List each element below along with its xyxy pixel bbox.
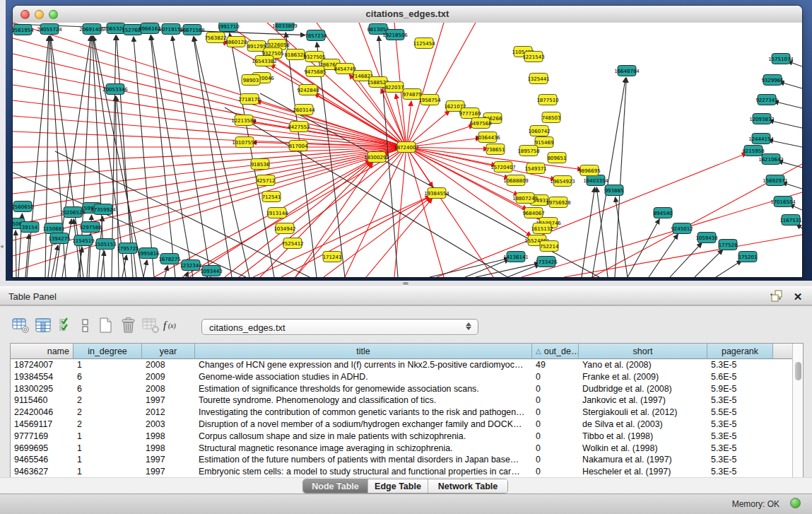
graph-node-teal[interactable]: 12444154 bbox=[748, 134, 774, 144]
scrollbar-thumb[interactable] bbox=[795, 362, 801, 380]
table-row[interactable]: 2242004622012Investigating the contribut… bbox=[11, 407, 792, 419]
table-settings-icon[interactable] bbox=[10, 315, 31, 335]
citation-edge-red[interactable] bbox=[406, 147, 444, 277]
collapse-arrow-icon[interactable]: ◂ bbox=[0, 243, 4, 250]
graph-node-teal[interactable]: 1093443 bbox=[200, 266, 222, 276]
citation-edge-black[interactable] bbox=[596, 187, 608, 277]
citation-edge-black[interactable] bbox=[151, 35, 193, 277]
graph-node-teal[interactable]: 1733426 bbox=[535, 257, 558, 267]
close-panel-icon[interactable]: ✕ bbox=[791, 289, 805, 303]
graph-node-yellow[interactable]: 18300295 bbox=[364, 152, 389, 163]
citation-edge-red[interactable] bbox=[564, 235, 802, 277]
graph-node-yellow[interactable]: 9777169 bbox=[459, 108, 481, 119]
graph-node-teal[interactable]: 993885 bbox=[605, 185, 624, 196]
graph-node-yellow[interactable]: 918536 bbox=[251, 159, 270, 170]
graph-node-yellow[interactable]: 748503 bbox=[542, 112, 561, 123]
graph-node-yellow[interactable]: 1325441 bbox=[527, 74, 549, 84]
graph-node-yellow[interactable]: 1615132 bbox=[531, 223, 553, 234]
graph-node-teal[interactable]: 17016504 bbox=[770, 197, 796, 207]
graph-node-yellow[interactable]: 752214 bbox=[540, 241, 559, 252]
graph-node-teal[interactable]: 175201 bbox=[739, 252, 758, 262]
graph-node-teal[interactable]: 16671588 bbox=[180, 25, 205, 35]
tab-node-table[interactable]: Node Table bbox=[303, 479, 368, 493]
graph-node-teal[interactable]: 39154 bbox=[20, 222, 39, 233]
graph-node-yellow[interactable]: 2603144 bbox=[293, 105, 315, 115]
graph-node-yellow[interactable]: 16543382 bbox=[252, 56, 277, 66]
citation-edge-red[interactable] bbox=[13, 69, 406, 147]
graph-node-teal[interactable]: 894540 bbox=[654, 208, 673, 218]
column-header-short[interactable]: short bbox=[579, 344, 707, 359]
graph-node-teal[interactable]: 14136141 bbox=[503, 252, 529, 262]
table-row[interactable]: 1830029562008Estimation of significance … bbox=[11, 383, 792, 395]
splitter-grip-icon[interactable] bbox=[403, 282, 408, 285]
graph-node-teal[interactable]: 16210643 bbox=[758, 154, 784, 165]
graph-node-yellow[interactable]: 171241 bbox=[323, 252, 342, 262]
graph-node-yellow[interactable]: 6497568 bbox=[469, 118, 491, 129]
graph-node-yellow[interactable]: 712541 bbox=[262, 192, 281, 202]
citation-edge-black[interactable] bbox=[774, 101, 802, 108]
table-row[interactable]: 1872400712008Changes of HCN gene express… bbox=[11, 359, 792, 371]
table-row[interactable]: 1456911722003Disruption of a novel membe… bbox=[11, 419, 792, 431]
graph-node-teal[interactable]: 12093832 bbox=[749, 114, 775, 124]
graph-node-yellow[interactable]: 18724007 bbox=[394, 142, 419, 153]
citation-edge-black[interactable] bbox=[143, 260, 147, 277]
table-row[interactable]: 911546021997Tourette syndrome. Phenomeno… bbox=[11, 395, 792, 407]
graph-node-teal[interactable]: 24055724 bbox=[37, 24, 62, 35]
citation-edge-black[interactable] bbox=[194, 37, 232, 277]
function-builder-icon[interactable]: f(x) bbox=[163, 315, 178, 335]
graph-node-yellow[interactable]: 19756928 bbox=[546, 197, 571, 208]
delete-table-icon[interactable] bbox=[117, 315, 139, 335]
show-columns-icon[interactable] bbox=[33, 315, 54, 335]
graph-node-yellow[interactable]: 18807249 bbox=[512, 193, 538, 204]
graph-node-teal[interactable]: 1991710 bbox=[217, 23, 239, 32]
graph-node-yellow[interactable]: 1034942 bbox=[273, 223, 295, 234]
select-attributes-icon[interactable] bbox=[55, 315, 76, 335]
graph-node-teal[interactable]: 7857234 bbox=[305, 30, 327, 41]
graph-node-teal[interactable]: 15751074 bbox=[768, 54, 794, 64]
graph-node-teal[interactable]: 20206526 bbox=[60, 207, 86, 218]
column-header-name[interactable]: name bbox=[11, 344, 73, 359]
graph-node-yellow[interactable]: 425712 bbox=[257, 175, 276, 186]
graph-node-yellow[interactable]: 98903 bbox=[242, 75, 260, 86]
table-row[interactable]: 1938455462009Genome-wide association stu… bbox=[11, 371, 792, 383]
graph-node-teal[interactable]: 16648784 bbox=[614, 66, 640, 76]
citation-edge-black[interactable] bbox=[695, 250, 723, 277]
citation-edge-red[interactable] bbox=[13, 38, 406, 147]
table-row[interactable]: 946362711997Embryonic stem cells: a mode… bbox=[11, 466, 792, 478]
column-header-out_degree[interactable]: △out_de… bbox=[532, 344, 579, 359]
graph-node-yellow[interactable]: 2718170 bbox=[238, 94, 260, 105]
column-header-in_degree[interactable]: in_degree bbox=[73, 344, 142, 359]
graph-node-yellow[interactable]: 7563822 bbox=[204, 33, 226, 43]
citation-edge-red[interactable] bbox=[182, 147, 406, 277]
graph-node-teal[interactable]: 1150681 bbox=[42, 223, 64, 234]
citation-edge-red[interactable] bbox=[281, 197, 430, 277]
tab-edge-table[interactable]: Edge Table bbox=[368, 479, 428, 493]
column-header-year[interactable]: year bbox=[142, 344, 195, 359]
graph-node-yellow[interactable]: 822037 bbox=[385, 82, 404, 93]
table-row[interactable]: 969969511998Structural magnetic resonanc… bbox=[11, 443, 792, 455]
graph-node-teal[interactable]: 9329966 bbox=[761, 75, 784, 86]
citation-edge-red[interactable] bbox=[260, 162, 372, 277]
tab-network-table[interactable]: Network Table bbox=[428, 479, 507, 493]
graph-node-teal[interactable]: 16033809 bbox=[272, 23, 298, 31]
graph-node-yellow[interactable]: 15720407 bbox=[490, 162, 516, 173]
new-table-icon[interactable] bbox=[95, 315, 116, 335]
graph-node-yellow[interactable]: 1958754 bbox=[418, 95, 441, 105]
vertical-scrollbar[interactable] bbox=[792, 344, 803, 478]
graph-node-teal[interactable]: 6966162 bbox=[139, 23, 160, 34]
graph-node-teal[interactable]: 1394275 bbox=[48, 233, 70, 244]
citation-edge-red[interactable] bbox=[189, 160, 371, 277]
panel-splitter[interactable] bbox=[0, 281, 812, 286]
graph-node-yellow[interactable]: 1913144 bbox=[266, 208, 288, 218]
graph-node-teal[interactable]: 1059438 bbox=[695, 233, 717, 243]
graph-node-yellow[interactable]: 891295 bbox=[247, 41, 266, 52]
graph-node-yellow[interactable]: 20364436 bbox=[475, 132, 500, 143]
graph-node-teal[interactable]: 1232344 bbox=[180, 260, 202, 271]
graph-node-yellow[interactable]: 1877510 bbox=[536, 95, 558, 105]
graph-node-yellow[interactable]: 19384554 bbox=[424, 188, 449, 199]
graph-node-teal[interactable]: 9245012 bbox=[671, 223, 693, 234]
citation-edge-black[interactable] bbox=[716, 260, 742, 277]
graph-node-teal[interactable]: 1505153 bbox=[94, 239, 116, 250]
graph-node-yellow[interactable]: 809651 bbox=[548, 153, 567, 163]
graph-node-teal[interactable]: 1995816 bbox=[137, 248, 160, 259]
